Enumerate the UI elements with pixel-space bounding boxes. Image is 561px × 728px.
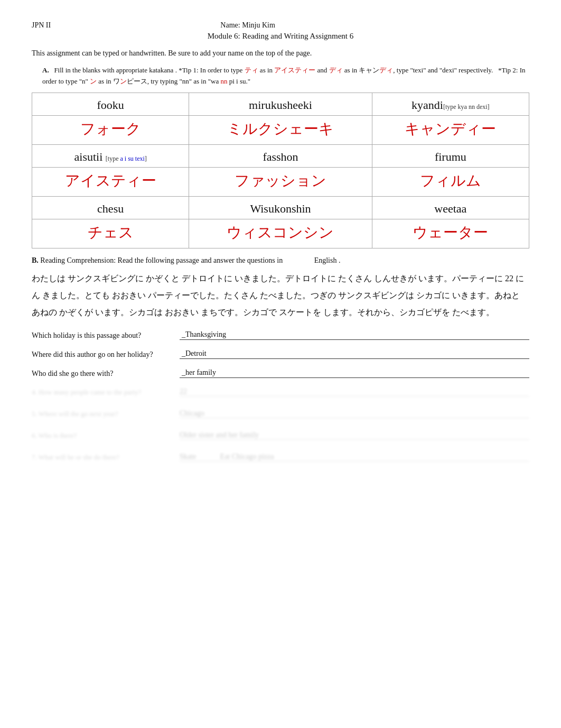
blurred-row-5: 5. Where will the go next year? Chicago — [32, 409, 529, 418]
grid-cell-weetaa: weetaa — [372, 196, 529, 219]
assignment-note: This assignment can be typed or handwrit… — [32, 49, 529, 58]
section-b-label: B. Reading Comprehension: Read the follo… — [32, 256, 340, 264]
blurred-a-5: Chicago — [180, 409, 529, 418]
blurred-questions-section: 4. How many people came to the party? 22… — [32, 388, 529, 462]
qa-row-2: Where did this author go on her holiday?… — [32, 349, 529, 359]
reading-passage: わたしは サンクスギビングに かぞくと デトロイトに いきました。デトロイトに … — [32, 270, 529, 321]
grid-cell-mirukusheeki-k: ミルクシェーキ — [189, 115, 372, 144]
qa-row-3: Who did she go there with? _her family — [32, 368, 529, 378]
module-title: Module 6: Reading and Writing Assignment… — [32, 32, 529, 41]
blurred-a-4: 22 — [180, 388, 529, 397]
section-a-intro: A. Fill in the blanks with appropriate k… — [42, 65, 529, 87]
grid-cell-chesu-k: チェス — [32, 219, 189, 248]
qa-question-1: Which holiday is this passage about? — [32, 331, 180, 340]
blurred-q-7: 7. What will he or she do there? — [32, 453, 180, 462]
grid-row-katakana-3: チェス ウィスコンシン ウェーター — [32, 219, 529, 248]
grid-cell-wisukonshin-k: ウィスコンシン — [189, 219, 372, 248]
katakana-ti: ティ — [245, 66, 258, 74]
grid-row-romaji-1: fooku mirukusheeki kyandi[type kya nn de… — [32, 93, 529, 115]
grid-cell-fooku: fooku — [32, 93, 189, 115]
qa-question-2: Where did this author go on her holiday? — [32, 351, 180, 359]
header-center: Name: Minju Kim — [51, 21, 445, 30]
grid-row-katakana-2: アイスティー ファッション フィルム — [32, 167, 529, 196]
blurred-a-6: Older sister and her family — [180, 431, 529, 440]
aisutii-type-hint: [type a i su texi] — [106, 155, 147, 162]
blurred-row-7: 7. What will he or she do there? Skate E… — [32, 453, 529, 462]
grid-row-romaji-2: aisutii [type a i su texi] fasshon firum… — [32, 144, 529, 167]
qa-section: Which holiday is this passage about? _Th… — [32, 330, 529, 378]
grid-cell-fooku-k: フォーク — [32, 115, 189, 144]
kyandi-type-hint: [type kya nn dexi] — [443, 103, 490, 110]
katakana-example1: アイスティー — [274, 66, 315, 74]
grid-cell-firumu-k: フィルム — [372, 167, 529, 196]
katakana-di: ディ — [329, 66, 343, 74]
katakana-n: ン — [90, 77, 97, 85]
grid-cell-chesu: chesu — [32, 196, 189, 219]
grid-cell-aisutii: aisutii [type a i su texi] — [32, 144, 189, 167]
qa-row-1: Which holiday is this passage about? _Th… — [32, 330, 529, 340]
grid-row-katakana-1: フォーク ミルクシェーキ キャンディー — [32, 115, 529, 144]
blurred-row-6: 6. Who is there? Older sister and her fa… — [32, 431, 529, 440]
grid-cell-kyandi-k: キャンディー — [372, 115, 529, 144]
blurred-q-4: 4. How many people came to the party? — [32, 388, 180, 397]
blurred-a-7: Skate Eat Chicago pizza — [180, 453, 529, 462]
grid-row-romaji-3: chesu Wisukonshin weetaa — [32, 196, 529, 219]
grid-cell-fasshon-k: ファッション — [189, 167, 372, 196]
grid-cell-mirukusheeki: mirukusheeki — [189, 93, 372, 115]
katakana-nn: nn — [220, 77, 227, 85]
katakana-grid: fooku mirukusheeki kyandi[type kya nn de… — [32, 93, 529, 248]
qa-answer-2[interactable]: _Detroit — [180, 349, 529, 359]
grid-cell-kyandi: kyandi[type kya nn dexi] — [372, 93, 529, 115]
katakana-di2: ディ — [379, 66, 393, 74]
blurred-q-5: 5. Where will the go next year? — [32, 410, 180, 418]
blurred-q-6: 6. Who is there? — [32, 431, 180, 440]
grid-cell-fasshon: fasshon — [189, 144, 372, 167]
grid-cell-wisukonshin: Wisukonshin — [189, 196, 372, 219]
blurred-row-4: 4. How many people came to the party? 22 — [32, 388, 529, 397]
qa-answer-1[interactable]: _Thanksgiving — [180, 330, 529, 340]
qa-answer-3[interactable]: _her family — [180, 368, 529, 378]
grid-cell-aisutii-k: アイスティー — [32, 167, 189, 196]
grid-cell-firumu: firumu — [372, 144, 529, 167]
header-left: JPN II — [32, 21, 51, 30]
katakana-n2: ン — [120, 77, 127, 85]
qa-question-3: Who did she go there with? — [32, 370, 180, 378]
grid-cell-weetaa-k: ウェーター — [372, 219, 529, 248]
